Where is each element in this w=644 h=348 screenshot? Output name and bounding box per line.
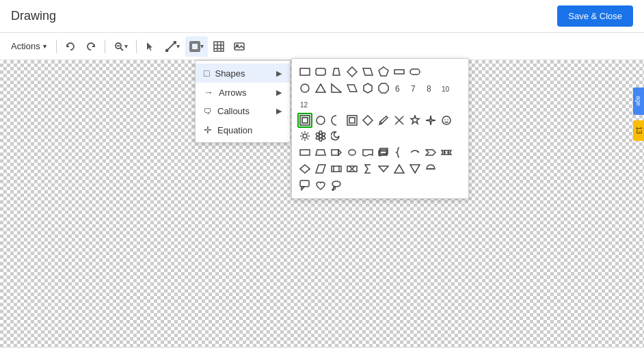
undo-button[interactable] xyxy=(61,36,80,57)
svg-marker-19 xyxy=(347,67,357,77)
undo-icon xyxy=(65,41,76,52)
shape-ribbon[interactable] xyxy=(439,145,454,160)
shapes-row-2: 6 7 8 10 12 xyxy=(297,81,463,111)
shape-right-triangle[interactable] xyxy=(329,81,344,96)
shape-thought-bubble[interactable] xyxy=(329,178,344,193)
menu-item-equation[interactable]: ✛ Equation xyxy=(196,120,290,139)
svg-marker-3 xyxy=(147,42,152,51)
shape-flowchart-p[interactable] xyxy=(313,161,328,176)
shape-num7[interactable]: 7 xyxy=(407,81,422,96)
actions-button[interactable]: Actions ▾ xyxy=(5,36,52,57)
shape-num8[interactable]: 8 xyxy=(423,81,438,96)
cursor-icon xyxy=(145,41,156,52)
redo-button[interactable] xyxy=(81,36,100,57)
shape-crescent2[interactable] xyxy=(329,113,344,128)
shapes-menu-icon: □ xyxy=(204,68,209,79)
zoom-button[interactable]: ▾ xyxy=(109,36,132,57)
shape-half-circle[interactable] xyxy=(423,161,438,176)
shape-predefined[interactable] xyxy=(329,161,344,176)
shape-pentagon[interactable] xyxy=(376,64,391,79)
svg-rect-37 xyxy=(349,118,355,123)
menu-item-arrows[interactable]: → Arrows ▶ xyxy=(196,83,290,102)
shape-flowchart-d[interactable] xyxy=(297,161,312,176)
svg-line-51 xyxy=(301,133,303,134)
shape-star4[interactable] xyxy=(423,113,438,128)
toolbar: Actions ▾ ▾ xyxy=(0,33,644,60)
shape-triangle[interactable] xyxy=(313,81,328,96)
select-tool-button[interactable] xyxy=(141,36,160,57)
shape-pencil[interactable] xyxy=(376,113,391,128)
callouts-submenu-arrow: ▶ xyxy=(276,107,282,116)
svg-rect-64 xyxy=(332,150,338,155)
svg-rect-36 xyxy=(347,116,357,125)
shape-crescent[interactable] xyxy=(329,129,344,144)
shape-octagon[interactable] xyxy=(376,81,391,96)
shape-flowchart-multi-doc[interactable] xyxy=(376,145,391,160)
shape-num6[interactable]: 6 xyxy=(392,81,407,96)
shape-flowchart-term[interactable] xyxy=(345,145,360,160)
svg-rect-9 xyxy=(214,42,224,51)
right-tab-number[interactable]: 13 xyxy=(633,120,644,141)
shape-chevron[interactable] xyxy=(423,145,438,160)
shape-heart[interactable] xyxy=(313,178,328,193)
svg-rect-83 xyxy=(300,180,309,187)
shape-curved-arrow[interactable] xyxy=(407,145,422,160)
shape-num12[interactable]: 12 xyxy=(297,96,312,111)
shape-diamond2[interactable] xyxy=(360,113,375,128)
shape-flowchart-doc[interactable] xyxy=(360,145,375,160)
shape-sum[interactable] xyxy=(360,161,375,176)
shape-partial-rect[interactable] xyxy=(297,113,312,128)
shape-rect[interactable] xyxy=(297,64,312,79)
shape-smiley[interactable] xyxy=(439,113,454,128)
toolbar-divider xyxy=(56,40,57,53)
shape-tri-up[interactable] xyxy=(392,161,407,176)
shape-merge[interactable] xyxy=(376,161,391,176)
shape-parallelogram[interactable] xyxy=(360,64,375,79)
shape-circle[interactable] xyxy=(297,81,312,96)
svg-point-85 xyxy=(332,181,340,187)
table-tool-button[interactable] xyxy=(209,36,228,57)
save-close-button[interactable]: Save & Close xyxy=(557,5,633,27)
shape-frame[interactable] xyxy=(345,113,360,128)
svg-marker-71 xyxy=(300,165,310,173)
svg-marker-20 xyxy=(363,68,373,75)
shape-speech-bubble[interactable] xyxy=(297,178,312,193)
menu-item-shapes[interactable]: □ Shapes ▶ xyxy=(196,64,290,83)
line-arrow-icon: ▾ xyxy=(176,42,180,50)
shape-hexagon[interactable] xyxy=(360,81,375,96)
image-tool-button[interactable] xyxy=(230,36,249,57)
menu-item-callouts[interactable]: 🗨 Callouts ▶ xyxy=(196,102,290,120)
svg-line-1 xyxy=(120,48,123,51)
right-tab-page[interactable]: age xyxy=(633,88,644,115)
shape-wide-rect[interactable] xyxy=(392,64,407,79)
callouts-menu-icon: 🗨 xyxy=(204,107,212,116)
shape-xmark[interactable] xyxy=(345,161,360,176)
svg-rect-35 xyxy=(317,116,325,124)
shape-brace[interactable] xyxy=(392,145,407,160)
shape-rounded-rect2[interactable] xyxy=(407,64,422,79)
svg-marker-70 xyxy=(426,150,435,155)
shape-star6[interactable] xyxy=(407,113,422,128)
shape-sun[interactable] xyxy=(297,129,312,144)
svg-line-4 xyxy=(167,42,175,51)
svg-marker-29 xyxy=(379,83,388,93)
shape-flowchart-process[interactable] xyxy=(297,145,312,160)
shape-tri-down[interactable] xyxy=(407,161,422,176)
shape-flower[interactable] xyxy=(313,129,328,144)
actions-label: Actions xyxy=(11,41,40,51)
svg-marker-18 xyxy=(333,68,340,75)
shape-flowchart-r[interactable] xyxy=(329,145,344,160)
shape-diamond[interactable] xyxy=(345,64,360,79)
line-tool-button[interactable]: ▾ xyxy=(161,36,184,57)
svg-point-24 xyxy=(301,84,309,92)
shape-rounded-square[interactable] xyxy=(313,113,328,128)
shape-parallelogram2[interactable] xyxy=(345,81,360,96)
shape-flowchart-alt[interactable] xyxy=(313,145,328,160)
shape-num10[interactable]: 10 xyxy=(439,81,454,96)
shapes-tool-button[interactable]: ▾ xyxy=(185,36,208,57)
shape-x[interactable] xyxy=(392,113,407,128)
shape-trapezoid[interactable] xyxy=(329,64,344,79)
shapes-row-3 xyxy=(297,113,463,144)
shape-rounded-rect[interactable] xyxy=(313,64,328,79)
shapes-arrow-icon: ▾ xyxy=(200,42,204,50)
